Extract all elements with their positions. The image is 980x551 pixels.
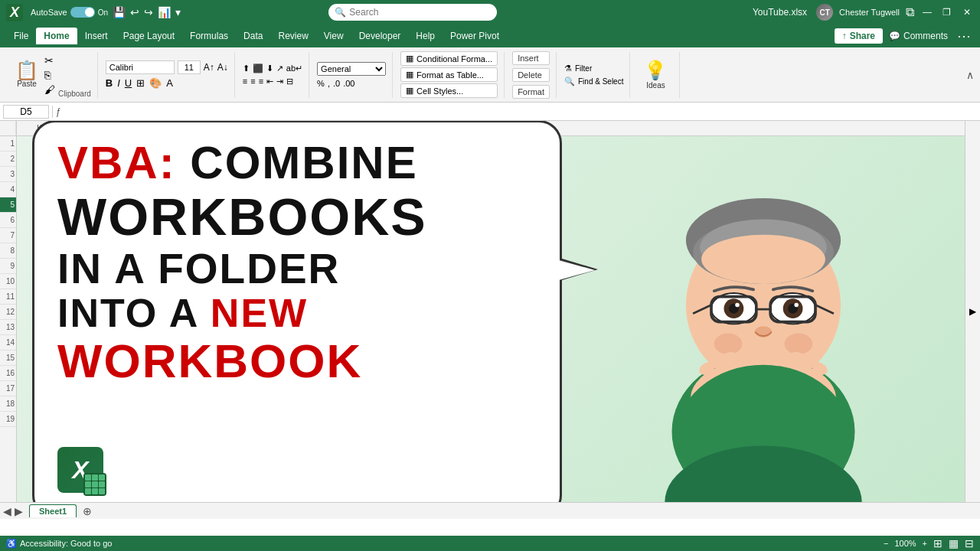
- copy-icon[interactable]: ⎘: [44, 69, 55, 81]
- increase-indent-icon[interactable]: ⇥: [276, 77, 283, 86]
- font-increase-icon[interactable]: A↑: [204, 62, 214, 73]
- tab-view[interactable]: View: [316, 28, 351, 44]
- format-cells-button[interactable]: Format: [512, 85, 550, 99]
- conditional-format-button[interactable]: ▦ Conditional Forma...: [400, 51, 498, 66]
- row-10[interactable]: 10: [0, 274, 16, 289]
- row-8[interactable]: 8: [0, 243, 16, 259]
- ideas-group: 💡 Ideas: [632, 52, 680, 98]
- scroll-right-button[interactable]: ▶: [965, 121, 980, 502]
- undo-icon[interactable]: ↩: [130, 6, 139, 18]
- row-9[interactable]: 9: [0, 259, 16, 274]
- font-name-input[interactable]: [106, 60, 175, 74]
- format-as-table-button[interactable]: ▦ Format as Table...: [400, 67, 498, 82]
- increase-decimal-icon[interactable]: .0: [333, 79, 340, 88]
- decrease-decimal-icon[interactable]: .00: [343, 79, 354, 88]
- find-select-button[interactable]: 🔍 Find & Select: [564, 77, 623, 86]
- row-12[interactable]: 12: [0, 305, 16, 320]
- tab-developer[interactable]: Developer: [351, 28, 409, 44]
- tab-data[interactable]: Data: [236, 28, 270, 44]
- row-6[interactable]: 6: [0, 213, 16, 228]
- row-14[interactable]: 14: [0, 335, 16, 350]
- tab-file[interactable]: File: [6, 28, 36, 44]
- sheet-tab-sheet1[interactable]: Sheet1: [29, 504, 77, 517]
- align-bottom-icon[interactable]: ⬇: [266, 64, 273, 73]
- row-15[interactable]: 15: [0, 350, 16, 366]
- delete-cells-button[interactable]: Delete: [512, 68, 550, 82]
- dropdown-icon[interactable]: ▾: [175, 6, 181, 18]
- font-size-input[interactable]: [178, 60, 201, 74]
- align-right-icon[interactable]: ≡: [259, 77, 263, 86]
- ribbon-overflow[interactable]: ⋯: [954, 28, 974, 44]
- border-icon[interactable]: ⊞: [136, 77, 145, 89]
- tab-home[interactable]: Home: [36, 28, 77, 44]
- font-color-icon[interactable]: A: [166, 77, 173, 89]
- italic-icon[interactable]: I: [117, 77, 120, 89]
- add-sheet-button[interactable]: ⊕: [77, 504, 98, 519]
- tab-insert[interactable]: Insert: [77, 28, 116, 44]
- bold-icon[interactable]: B: [106, 77, 113, 89]
- view-layout-button[interactable]: ▦: [949, 537, 959, 549]
- scroll-left-button[interactable]: ◀: [3, 505, 11, 517]
- row-4[interactable]: 4: [0, 182, 16, 197]
- restore-button[interactable]: ❐: [940, 5, 954, 19]
- comma-icon[interactable]: ,: [328, 79, 330, 88]
- row-3[interactable]: 3: [0, 167, 16, 182]
- row-16[interactable]: 16: [0, 366, 16, 381]
- view-normal-button[interactable]: ⊞: [933, 537, 942, 549]
- formula-input[interactable]: [64, 106, 977, 117]
- zoom-out-button[interactable]: −: [884, 539, 888, 548]
- orientation-icon[interactable]: ↗: [276, 64, 283, 73]
- row-2[interactable]: 2: [0, 152, 16, 167]
- tab-help[interactable]: Help: [408, 28, 443, 44]
- format-painter-icon[interactable]: 🖌: [44, 83, 55, 96]
- share-button[interactable]: ↑ Share: [835, 28, 883, 44]
- search-bar[interactable]: 🔍: [328, 4, 497, 21]
- row-7[interactable]: 7: [0, 228, 16, 243]
- paste-button[interactable]: 📋 Paste: [12, 58, 41, 91]
- comments-button[interactable]: 💬 Comments: [889, 31, 948, 41]
- insert-cells-button[interactable]: Insert: [512, 51, 550, 65]
- cut-icon[interactable]: ✂: [44, 54, 55, 67]
- tab-formulas[interactable]: Formulas: [182, 28, 236, 44]
- decrease-indent-icon[interactable]: ⇤: [266, 77, 273, 86]
- spreadsheet-area[interactable]: K L M N O P Q R VBA: COMBINE: [17, 121, 980, 502]
- row-5[interactable]: 5: [0, 197, 16, 213]
- autosave-toggle[interactable]: [70, 7, 95, 18]
- align-middle-icon[interactable]: ⬛: [253, 64, 263, 73]
- fill-color-icon[interactable]: 🎨: [149, 77, 162, 89]
- tab-page-layout[interactable]: Page Layout: [116, 28, 182, 44]
- wrap-text-icon[interactable]: ab↵: [286, 64, 302, 73]
- view-preview-button[interactable]: ⊟: [965, 537, 974, 549]
- row-11[interactable]: 11: [0, 289, 16, 305]
- function-icon[interactable]: ƒ: [56, 106, 61, 117]
- underline-icon[interactable]: U: [125, 77, 132, 89]
- align-left-icon[interactable]: ≡: [243, 77, 247, 86]
- zoom-in-button[interactable]: +: [923, 539, 927, 548]
- ribbon-view-icon[interactable]: ⧉: [906, 5, 914, 19]
- minimize-button[interactable]: —: [920, 5, 934, 19]
- redo-icon[interactable]: ↪: [144, 6, 153, 18]
- percent-icon[interactable]: %: [317, 79, 325, 88]
- row-18[interactable]: 18: [0, 396, 16, 412]
- close-button[interactable]: ✕: [960, 5, 974, 19]
- tab-review[interactable]: Review: [270, 28, 315, 44]
- merge-center-icon[interactable]: ⊟: [286, 77, 293, 86]
- row-13[interactable]: 13: [0, 320, 16, 335]
- font-decrease-icon[interactable]: A↓: [217, 62, 228, 73]
- scroll-sheets-right-button[interactable]: ▶: [15, 505, 23, 517]
- cell-reference-input[interactable]: [3, 105, 49, 119]
- search-input[interactable]: [349, 7, 491, 18]
- row-17[interactable]: 17: [0, 381, 16, 396]
- tab-power-pivot[interactable]: Power Pivot: [443, 28, 507, 44]
- ideas-button[interactable]: 💡 Ideas: [638, 57, 673, 93]
- row-1[interactable]: 1: [0, 136, 16, 152]
- row-19[interactable]: 19: [0, 412, 16, 427]
- collapse-ribbon-button[interactable]: ∧: [966, 68, 974, 82]
- number-format-select[interactable]: General Number Currency Percentage: [317, 62, 386, 76]
- filter-button[interactable]: ⚗ Filter: [564, 64, 623, 73]
- align-top-icon[interactable]: ⬆: [243, 64, 250, 73]
- publish-icon[interactable]: 📊: [158, 6, 171, 18]
- align-center-icon[interactable]: ≡: [250, 77, 255, 86]
- cell-styles-button[interactable]: ▦ Cell Styles...: [400, 83, 498, 98]
- save-icon[interactable]: 💾: [113, 6, 126, 18]
